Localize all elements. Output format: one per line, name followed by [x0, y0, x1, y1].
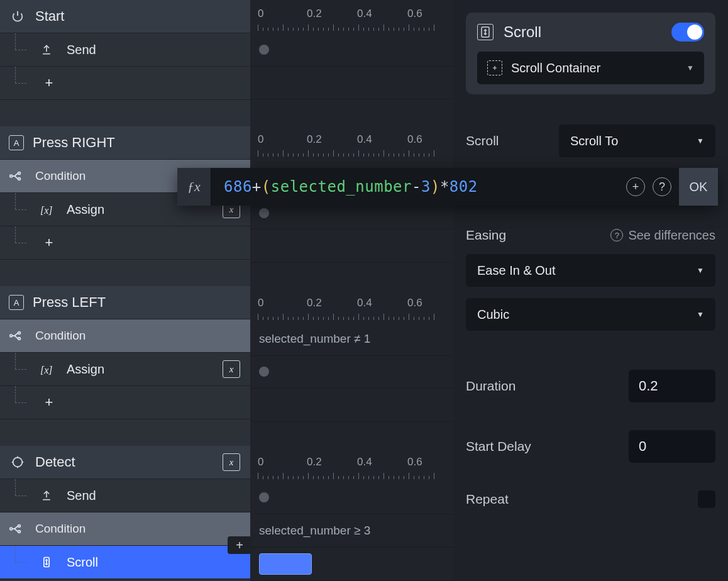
keyframe-dot-icon [259, 208, 269, 218]
trigger-start[interactable]: Start [0, 0, 250, 33]
timeline-condition-expr[interactable]: selected_number ≥ 3 [250, 514, 453, 548]
scroll-enabled-toggle[interactable] [671, 23, 704, 42]
timeline-panel: 0 0.2 0.4 0.6 0 0.2 0.4 0.6 0 0.2 0.4 0.… [250, 0, 453, 581]
keyframe-dot-icon [259, 367, 269, 377]
upload-icon [40, 489, 58, 502]
scroll-target-select[interactable]: Scroll Container ▼ [477, 52, 704, 84]
key-icon: A [9, 295, 24, 310]
repeat-label: Repeat [466, 492, 619, 507]
action-label: Send [67, 43, 250, 57]
formula-ok-button[interactable]: OK [679, 168, 718, 206]
duration-input[interactable]: 0.2 [629, 370, 715, 402]
action-label: Send [67, 489, 250, 503]
target-label: Scroll Container [511, 61, 687, 75]
panel-title: Scroll [504, 23, 671, 41]
timeline-keyframe[interactable] [250, 33, 453, 67]
action-label: Scroll [67, 555, 250, 570]
block-detect: Detect x Send Condition + [0, 446, 250, 579]
condition-label: Condition [35, 522, 250, 536]
action-send[interactable]: Send [0, 479, 250, 512]
svg-point-6 [13, 458, 23, 467]
svg-point-7 [10, 528, 13, 530]
timeline-ruler: 0 0.2 0.4 0.6 [250, 126, 453, 159]
action-send[interactable]: Send [0, 33, 250, 67]
formula-help-button[interactable]: ? [653, 177, 671, 196]
svg-point-5 [18, 338, 21, 340]
svg-point-9 [18, 531, 21, 533]
fx-icon: ƒx [177, 168, 211, 206]
svg-point-8 [18, 525, 21, 528]
action-assign[interactable]: [x] Assign x [0, 353, 250, 386]
formula-editor[interactable]: ƒx 686+(selected_number-3)*802 + ? OK [177, 168, 718, 206]
plus-icon: + [40, 234, 58, 252]
chevron-down-icon: ▼ [687, 64, 694, 72]
duration-label: Duration [466, 379, 619, 394]
timeline-ruler: 0 0.2 0.4 0.6 [250, 289, 453, 323]
ruler-ticks [258, 313, 453, 320]
timeline-keyframe[interactable] [250, 482, 453, 515]
ruler-ticks [258, 472, 453, 479]
condition-row[interactable]: Condition + [0, 512, 250, 546]
inspector-panel: Scroll Scroll Container ▼ Scroll Scroll … [453, 0, 728, 581]
block-press-left: A Press LEFT Condition [x] Assign x + [0, 286, 250, 419]
scroll-mode-select[interactable]: Scroll To ▼ [559, 124, 715, 157]
condition-row[interactable]: Condition [0, 319, 250, 353]
svg-point-1 [18, 172, 21, 175]
variable-badge-icon[interactable]: x [223, 453, 240, 471]
ruler-ticks [258, 23, 453, 31]
add-action-button[interactable]: + [0, 386, 250, 419]
action-tree-panel: Start Send + A Press RIGHT [0, 0, 250, 581]
easing-curve-select[interactable]: Cubic ▼ [466, 298, 715, 331]
block-start: Start Send + [0, 0, 250, 100]
timeline-condition-expr[interactable]: selected_number ≠ 1 [250, 323, 453, 356]
branch-icon [9, 169, 26, 183]
timeline-empty [250, 230, 453, 263]
plus-icon: + [40, 394, 58, 411]
timeline-keyframe[interactable] [250, 356, 453, 389]
scroll-icon [40, 555, 58, 569]
trigger-press-left[interactable]: A Press LEFT [0, 286, 250, 319]
trigger-press-right[interactable]: A Press RIGHT [0, 126, 250, 160]
trigger-detect[interactable]: Detect x [0, 446, 250, 479]
easing-label: Easing [466, 228, 610, 243]
start-delay-input[interactable]: 0 [629, 430, 715, 463]
scroll-icon [477, 24, 494, 40]
timeline-empty [250, 67, 453, 100]
add-token-button[interactable]: + [626, 177, 645, 196]
ruler-ticks [258, 149, 453, 157]
segment-chip[interactable] [259, 553, 312, 575]
timeline-empty [250, 389, 453, 422]
add-action-button[interactable]: + [0, 67, 250, 100]
power-icon [9, 8, 26, 25]
branch-icon [9, 329, 26, 343]
trigger-label: Start [35, 8, 250, 25]
insert-action-button[interactable]: + [228, 536, 251, 554]
key-icon: A [9, 135, 24, 150]
svg-point-4 [18, 332, 21, 335]
svg-point-0 [10, 175, 13, 177]
see-differences-link[interactable]: ? See differences [610, 228, 715, 243]
chevron-down-icon: ▼ [697, 266, 704, 275]
start-delay-label: Start Delay [466, 439, 619, 454]
timeline-ruler: 0 0.2 0.4 0.6 [250, 448, 453, 482]
repeat-checkbox[interactable] [698, 490, 715, 508]
upload-icon [40, 43, 58, 56]
container-icon [487, 60, 502, 75]
formula-expression[interactable]: 686+(selected_number-3)*802 [211, 178, 626, 196]
scroll-panel-header: Scroll Scroll Container ▼ [466, 13, 715, 94]
trigger-label: Press RIGHT [33, 135, 250, 151]
keyframe-dot-icon [259, 45, 269, 55]
variable-badge-icon[interactable]: x [223, 360, 240, 378]
action-scroll[interactable]: Scroll [0, 546, 250, 579]
easing-mode-select[interactable]: Ease In & Out ▼ [466, 254, 715, 287]
variable-icon: [x] [40, 202, 58, 217]
add-action-button[interactable]: + [0, 226, 250, 260]
svg-point-2 [18, 178, 21, 180]
trigger-label: Press LEFT [33, 294, 250, 311]
action-label: Assign [67, 362, 223, 377]
trigger-label: Detect [35, 454, 223, 470]
branch-icon [9, 522, 26, 536]
timeline-scroll-segment[interactable] [250, 548, 453, 581]
chevron-down-icon: ▼ [697, 310, 704, 319]
timeline-ruler: 0 0.2 0.4 0.6 [250, 0, 453, 33]
